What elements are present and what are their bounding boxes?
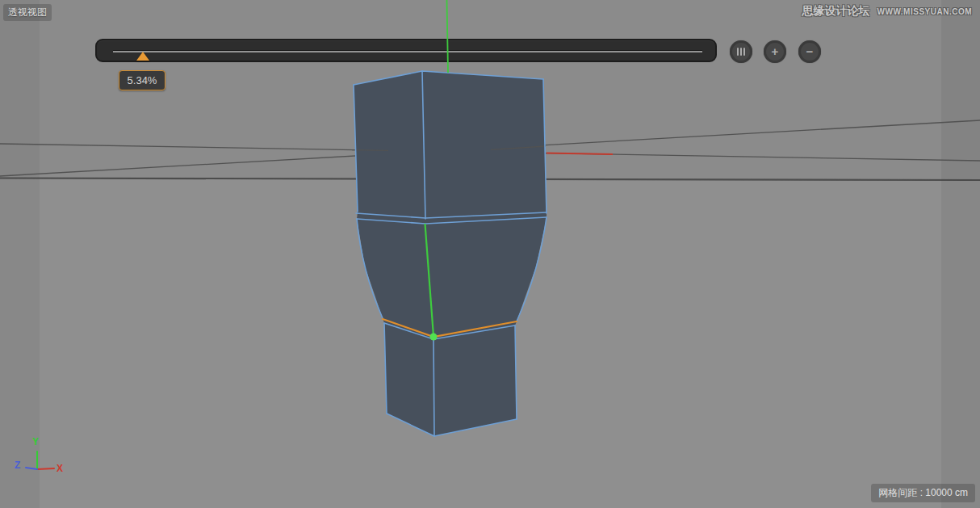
detail-slider[interactable] <box>95 39 717 62</box>
triple-bars-icon <box>737 43 745 61</box>
detail-level-button[interactable] <box>730 40 752 63</box>
selected-vertex-point[interactable] <box>430 334 438 341</box>
view-label[interactable]: 透视视图 <box>3 4 52 21</box>
grid-spacing-label: 网格间距 : 10000 cm <box>871 484 975 502</box>
gizmo-x-label: X <box>57 463 63 474</box>
slider-handle[interactable] <box>136 52 149 61</box>
left-wall-shade <box>0 0 40 508</box>
increase-button[interactable]: + <box>764 40 786 63</box>
plus-icon: + <box>772 45 779 57</box>
slider-value-tooltip: 5.34% <box>119 70 165 90</box>
perspective-viewport[interactable]: 透视视图 思缘设计论坛 WWW.MISSYUAN.COM 5.34% + − Y… <box>0 0 980 508</box>
x-axis-line-red <box>547 153 613 155</box>
minus-icon: − <box>806 45 814 57</box>
decrease-button[interactable]: − <box>798 40 821 63</box>
right-wall-shade <box>941 0 980 508</box>
gizmo-x-axis <box>37 468 54 469</box>
gizmo-z-label: Z <box>15 460 20 471</box>
gizmo-y-label: Y <box>32 436 39 447</box>
slider-track[interactable] <box>113 51 702 52</box>
